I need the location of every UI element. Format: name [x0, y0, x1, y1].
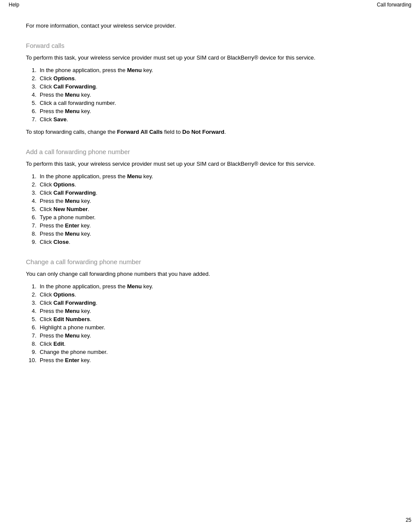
list-item: Click a call forwarding number.: [38, 100, 394, 106]
list-item: Type a phone number.: [38, 214, 394, 221]
list-item: Press the Menu key.: [38, 108, 394, 114]
list-item: Press the Enter key.: [38, 222, 394, 229]
section-add-forwarding: Add a call forwarding phone number To pe…: [26, 148, 394, 245]
list-item: Press the Enter key.: [38, 357, 394, 363]
section2-steps: In the phone application, press the Menu…: [38, 173, 394, 245]
section3-steps: In the phone application, press the Menu…: [38, 283, 394, 363]
list-item: In the phone application, press the Menu…: [38, 67, 394, 73]
section3-heading: Change a call forwarding phone number: [26, 258, 394, 265]
page-footer: 25: [406, 517, 411, 523]
list-item: Click Close.: [38, 239, 394, 245]
list-item: Click Save.: [38, 116, 394, 123]
list-item: Click Call Forwarding.: [38, 189, 394, 196]
section2-prereq: To perform this task, your wireless serv…: [26, 161, 394, 167]
list-item: Press the Menu key.: [38, 308, 394, 314]
section1-heading: Forward calls: [26, 42, 394, 49]
list-item: Click Options.: [38, 75, 394, 82]
section3-intro: You can only change call forwarding phon…: [26, 271, 394, 277]
list-item: Press the Menu key.: [38, 198, 394, 204]
intro-text: For more information, contact your wirel…: [26, 22, 394, 29]
list-item: Click Call Forwarding.: [38, 300, 394, 306]
list-item: Press the Menu key.: [38, 332, 394, 339]
section1-prereq: To perform this task, your wireless serv…: [26, 54, 394, 61]
list-item: Press the Menu key.: [38, 91, 394, 98]
list-item: Press the Menu key.: [38, 230, 394, 237]
header-right: Call forwarding: [377, 2, 411, 8]
page-header: Help Call forwarding: [0, 0, 420, 9]
section-change-forwarding: Change a call forwarding phone number Yo…: [26, 258, 394, 363]
header-left: Help: [9, 2, 19, 8]
list-item: Highlight a phone number.: [38, 324, 394, 331]
list-item: In the phone application, press the Menu…: [38, 173, 394, 180]
section-forward-calls: Forward calls To perform this task, your…: [26, 42, 394, 135]
section1-steps: In the phone application, press the Menu…: [38, 67, 394, 123]
section2-heading: Add a call forwarding phone number: [26, 148, 394, 155]
list-item: Click New Number.: [38, 206, 394, 212]
list-item: Click Options.: [38, 181, 394, 188]
section1-stop-text: To stop forwarding calls, change the For…: [26, 129, 394, 135]
list-item: Click Options.: [38, 291, 394, 298]
list-item: Change the phone number.: [38, 349, 394, 355]
list-item: Click Edit Numbers.: [38, 316, 394, 322]
page-number: 25: [406, 517, 411, 523]
list-item: In the phone application, press the Menu…: [38, 283, 394, 290]
main-content: For more information, contact your wirel…: [0, 9, 420, 395]
list-item: Click Call Forwarding.: [38, 83, 394, 90]
list-item: Click Edit.: [38, 341, 394, 347]
